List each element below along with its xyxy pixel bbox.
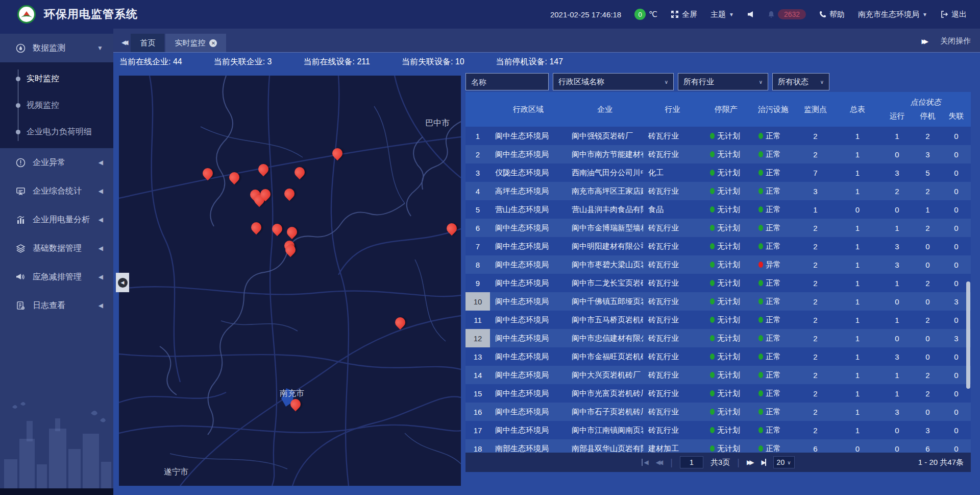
cell-running-count: 0 [880,150,914,159]
industry-select[interactable]: 所有行业 ∨ [678,73,768,90]
cell-stopped-count: 1 [914,205,942,214]
filter-bar: 行政区域名称 ∨ 所有行业 ∨ 所有状态 ∨ [465,73,971,90]
sidebar-item-emergency-reduction[interactable]: 应急减排管理 ◀ [0,263,113,291]
cell-industry: 砖瓦行业 [643,260,702,270]
sound-toggle-button[interactable] [747,11,754,18]
sidebar-item-realtime-monitor[interactable]: 实时监控 [0,65,113,92]
sidebar-item-power-usage-analysis[interactable]: 企业用电量分析 ◀ [0,205,113,234]
cell-stopped-count: 2 [914,371,942,380]
cell-company: 阆中市忠信建材有限公 [567,334,643,343]
table-row[interactable]: 1阆中生态环境局阆中强锐页岩砖厂砖瓦行业无计划正常21120 [465,127,971,145]
cell-total-meters: 1 [835,334,880,343]
phone-icon [819,11,826,18]
last-page-button[interactable]: ▶ [761,459,766,466]
row-index: 11 [465,311,490,329]
main-area: ◀◀ 首页 实时监控 ✕ ▶▶ 关闭操作 当前在线企业: 44 当前失联企业: … [113,29,980,495]
cell-region: 仪陇生态环境局 [490,168,567,178]
cell-facility-status: 正常 [750,444,796,453]
cell-lost-count: 0 [942,426,971,435]
table-row[interactable]: 14阆中生态环境局阆中大兴页岩机砖厂砖瓦行业无计划正常21120 [465,366,971,384]
table-scrollbar[interactable] [966,281,970,389]
cell-company: 西南油气田分公司川中 [567,168,643,178]
col-industry: 行业 [643,92,702,127]
sidebar-item-power-load-detail[interactable]: 企业电力负荷明细 [0,119,113,145]
table-row[interactable]: 15阆中生态环境局阆中市光富页岩机砖厂砖瓦行业无计划正常21120 [465,384,971,403]
cell-region: 阆中生态环境局 [490,297,567,307]
table-row[interactable]: 9阆中生态环境局阆中市二龙长宝页岩砖砖瓦行业无计划正常21120 [465,274,971,292]
table-row[interactable]: 7阆中生态环境局阆中明阳建材有限公司砖瓦行业无计划正常21300 [465,237,971,255]
cell-region: 营山生态环境局 [490,205,567,215]
table-row[interactable]: 3仪陇生态环境局西南油气田分公司川中化工无计划正常71350 [465,163,971,182]
table-row[interactable]: 17阆中生态环境局阆中市江南镇阆南页岩砖瓦行业无计划正常21030 [465,421,971,439]
table-row[interactable]: 16阆中生态环境局阆中市石子页岩机砖厂砖瓦行业无计划正常21300 [465,403,971,421]
tabs-scroll-right-icon[interactable]: ▶▶ [922,38,926,45]
table-row[interactable]: 12阆中生态环境局阆中市忠信建材有限公砖瓦行业无计划正常21003 [465,329,971,347]
row-index: 14 [465,366,490,384]
status-select[interactable]: 所有状态 ∨ [772,73,829,90]
close-operations-button[interactable]: ▶▶ 关闭操作 [922,36,971,52]
col-group-point-status: 点位状态 运行 停机 失联 [880,92,971,127]
table-row[interactable]: 4高坪生态环境局南充市高坪区王家店建砖瓦行业无计划正常31220 [465,182,971,200]
fullscreen-button[interactable]: 全屏 [671,10,697,19]
sidebar-item-enterprise-statistics[interactable]: 企业综合统计 ◀ [0,177,113,205]
cell-monitor-points: 2 [796,389,835,398]
table-row[interactable]: 2阆中生态环境局阆中市南方节能建材有砖瓦行业无计划正常21030 [465,145,971,163]
previous-page-button[interactable]: ◀◀ [656,459,663,466]
region-select[interactable]: 行政区域名称 ∨ [553,73,674,90]
cell-region: 阆中生态环境局 [490,389,567,398]
cell-stopped-count: 0 [914,261,942,269]
cell-facility-status: 正常 [750,297,796,307]
sidebar-item-enterprise-anomaly[interactable]: 企业异常 ◀ [0,148,113,177]
layers-icon [15,244,26,253]
tab-home[interactable]: 首页 [131,34,164,52]
theme-dropdown[interactable]: 主题 ▼ [710,10,734,19]
cell-monitor-points: 1 [796,205,835,214]
stat-lost-devices: 当前失联设备: 10 [402,57,464,67]
alarm-notifications[interactable]: 2632 [768,9,806,19]
table-row[interactable]: 10阆中生态环境局阆中千佛镇五郎垭页岩砖瓦行业无计划正常21003 [465,292,971,311]
datetime: 2021-02-25 17:46:18 [550,10,621,19]
tab-realtime-monitor[interactable]: 实时监控 ✕ [165,34,226,52]
cell-running-count: 3 [880,352,914,361]
first-page-button[interactable]: ◀ [642,459,648,466]
help-button[interactable]: 帮助 [819,10,845,19]
chevron-down-icon: ▼ [97,44,103,52]
logout-button[interactable]: 退出 [941,10,967,19]
close-icon[interactable]: ✕ [209,39,217,47]
table-row[interactable]: 11阆中生态环境局阆中市五马桥页岩机砖砖瓦行业无计划正常21120 [465,311,971,329]
table-row[interactable]: 8阆中生态环境局阆中市枣碧大梁山页岩砖瓦行业无计划异常21300 [465,255,971,274]
page-size-select[interactable]: 20 ∨ [773,456,795,468]
sidebar-item-basic-data-management[interactable]: 基础数据管理 ◀ [0,234,113,263]
col-stop-production: 停限产 [702,92,750,127]
cell-company: 阆中强锐页岩砖厂 [567,131,643,141]
chevron-down-icon: ▼ [922,12,927,17]
sidebar-item-data-monitoring[interactable]: 数据监测 ▼ [0,34,113,62]
cell-stop-production-status: 无计划 [702,278,750,288]
table-row[interactable]: 18南部生态环境局南部县双华山页岩有限建材加工无计划正常60060 [465,439,971,453]
cell-industry: 砖瓦行业 [643,389,702,398]
col-pollution-facility: 治污设施 [750,92,796,127]
cell-facility-status: 正常 [750,370,796,380]
user-dropdown[interactable]: 南充市生态环境局 ▼ [858,10,927,19]
tabs-scroll-left-icon[interactable]: ◀◀ [120,39,131,52]
cell-running-count: 1 [880,224,914,232]
sidebar-item-video-monitor[interactable]: 视频监控 [0,92,113,119]
map-panel[interactable]: ◀ 巴中市南充市遂宁市 [119,76,461,486]
sidebar-collapse-toggle[interactable]: ◀ [116,273,129,292]
cell-facility-status: 正常 [750,407,796,417]
table-row[interactable]: 13阆中生态环境局阆中市金福旺页岩机砖砖瓦行业无计划正常21300 [465,347,971,366]
cell-running-count: 2 [880,187,914,196]
cell-region: 高坪生态环境局 [490,186,567,196]
cell-company: 阆中市枣碧大梁山页岩 [567,260,643,270]
next-page-button[interactable]: ▶▶ [747,459,754,466]
cell-monitor-points: 2 [796,408,835,416]
table-row[interactable]: 5营山生态环境局营山县润丰肉食品有限食品无计划正常10010 [465,200,971,219]
name-search-input[interactable] [465,73,549,90]
page-number-input[interactable] [680,456,703,468]
cell-running-count: 1 [880,279,914,288]
cell-total-meters: 1 [835,242,880,251]
cell-industry: 砖瓦行业 [643,352,702,362]
table-row[interactable]: 6阆中生态环境局阆中市金博瑞新型墙材砖瓦行业无计划正常21120 [465,219,971,237]
cell-total-meters: 1 [835,352,880,361]
sidebar-item-log-view[interactable]: 日志查看 ◀ [0,291,113,320]
